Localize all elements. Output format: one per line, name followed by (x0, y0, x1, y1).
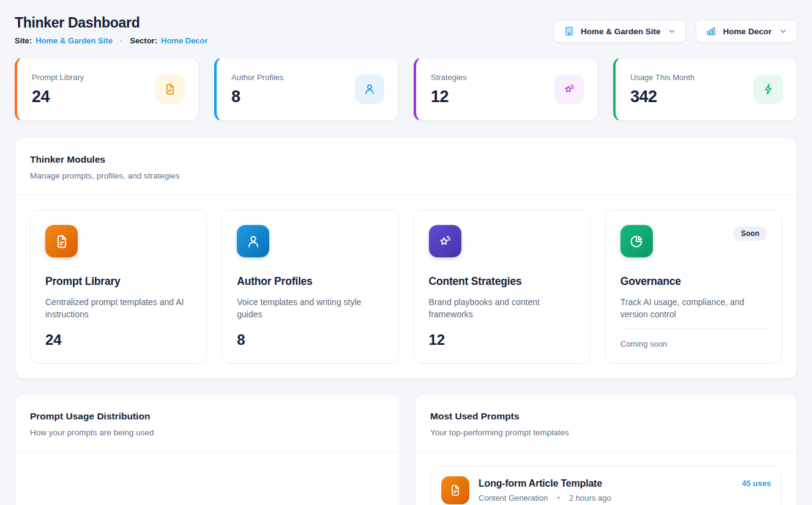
bottom-row: Prompt Usage Distribution How your promp… (15, 394, 797, 505)
pie-chart-icon (620, 225, 653, 257)
module-title: Author Profiles (237, 275, 383, 288)
module-description: Track AI usage, compliance, and version … (620, 296, 767, 321)
user-icon (237, 225, 269, 257)
site-selector-dropdown[interactable]: Home & Garden Site (554, 20, 687, 43)
stat-value: 24 (32, 87, 84, 106)
prompt-category: Content Generation (479, 493, 548, 503)
sparkle-star-icon (554, 75, 584, 104)
topbar-buttons: Home & Garden Site Home Decor (554, 20, 797, 43)
dashboard-page: Thinker Dashboard Site: Home & Garden Si… (0, 0, 812, 505)
document-icon (45, 225, 78, 257)
prompts-card-title: Most Used Prompts (430, 411, 782, 422)
module-description: Brand playbooks and content frameworks (429, 296, 575, 321)
document-icon (441, 476, 469, 504)
stat-label: Prompt Library (32, 73, 84, 82)
sector-link[interactable]: Home Decor (161, 36, 208, 45)
module-title: Prompt Library (45, 275, 192, 288)
chevron-down-icon (779, 27, 788, 35)
building-icon (564, 26, 575, 37)
stat-label: Usage This Month (630, 73, 695, 82)
breadcrumb-separator: · (120, 36, 122, 45)
site-selector-label: Home & Garden Site (581, 27, 661, 36)
stat-value: 12 (431, 87, 467, 106)
prompts-card-header: Most Used Prompts Your top-performing pr… (415, 394, 797, 451)
lightning-icon (754, 75, 783, 104)
chart-card-header: Prompt Usage Distribution How your promp… (15, 394, 400, 451)
prompt-title: Long-form Article Template (479, 478, 732, 489)
meta-separator: • (557, 493, 560, 503)
prompt-list-item[interactable]: Long-form Article Template Content Gener… (431, 466, 781, 505)
module-footer: Coming soon (620, 328, 767, 348)
modules-panel-subtitle: Manage prompts, profiles, and strategies (30, 171, 782, 180)
user-icon (355, 75, 384, 104)
divider (620, 328, 767, 329)
module-count: 24 (45, 331, 192, 348)
module-card-author-profiles[interactable]: Author Profiles Voice templates and writ… (222, 210, 398, 364)
sector-selector-dropdown[interactable]: Home Decor (696, 20, 797, 43)
sparkle-star-icon (429, 225, 461, 257)
prompts-card-subtitle: Your top-performing prompt templates (430, 428, 782, 437)
prompt-time: 2 hours ago (569, 493, 611, 503)
chevron-down-icon (668, 27, 676, 35)
coming-soon-text: Coming soon (620, 339, 767, 348)
module-card-content-strategies[interactable]: Content Strategies Brand playbooks and c… (414, 210, 590, 364)
prompt-meta: Content Generation • 2 hours ago (479, 493, 732, 503)
chart-card-title: Prompt Usage Distribution (30, 411, 385, 422)
page-title: Thinker Dashboard (15, 15, 208, 31)
stat-label: Strategies (431, 73, 467, 82)
module-card-prompt-library[interactable]: Prompt Library Centralized prompt templa… (30, 210, 207, 364)
stat-value: 342 (630, 87, 695, 106)
prompts-list: Long-form Article Template Content Gener… (415, 452, 797, 505)
donut-chart: 15% (15, 452, 400, 505)
most-used-prompts-card: Most Used Prompts Your top-performing pr… (415, 394, 797, 505)
stat-card-strategies: Strategies 12 (414, 57, 598, 121)
document-icon (155, 75, 185, 104)
module-description: Centralized prompt templates and AI inst… (45, 296, 192, 321)
module-card-governance[interactable]: Soon Governance Track AI usage, complian… (605, 210, 782, 364)
prompt-uses-count: 45 uses (742, 479, 771, 488)
modules-panel-header: Thinker Modules Manage prompts, profiles… (15, 138, 797, 194)
modules-grid: Prompt Library Centralized prompt templa… (15, 195, 797, 378)
stat-card-author-profiles: Author Profiles 8 (214, 57, 398, 121)
stat-value: 8 (231, 87, 283, 106)
prompt-usage-distribution-card: Prompt Usage Distribution How your promp… (15, 394, 400, 505)
chart-card-subtitle: How your prompts are being used (30, 428, 385, 437)
stat-card-prompt-library: Prompt Library 24 (15, 57, 199, 121)
module-title: Content Strategies (429, 275, 575, 288)
sector-label: Sector: (130, 36, 157, 45)
breadcrumb: Site: Home & Garden Site · Sector: Home … (15, 36, 208, 45)
donut-chart-svg: 15% (15, 452, 400, 505)
module-description: Voice templates and writing style guides (237, 296, 383, 321)
module-count: 12 (429, 331, 575, 348)
header-left: Thinker Dashboard Site: Home & Garden Si… (15, 15, 208, 45)
module-title: Governance (620, 275, 767, 288)
stats-row: Prompt Library 24 Author Profiles 8 (15, 57, 797, 121)
modules-panel-title: Thinker Modules (30, 154, 782, 165)
sector-selector-label: Home Decor (723, 27, 772, 36)
bar-chart-icon (706, 26, 717, 37)
module-count: 8 (237, 331, 383, 348)
stat-card-usage: Usage This Month 342 (613, 57, 797, 121)
site-label: Site: (15, 36, 32, 45)
soon-badge: Soon (734, 226, 767, 241)
stat-label: Author Profiles (231, 73, 283, 82)
topbar: Thinker Dashboard Site: Home & Garden Si… (15, 15, 797, 45)
thinker-modules-panel: Thinker Modules Manage prompts, profiles… (15, 137, 797, 379)
site-link[interactable]: Home & Garden Site (35, 36, 113, 45)
